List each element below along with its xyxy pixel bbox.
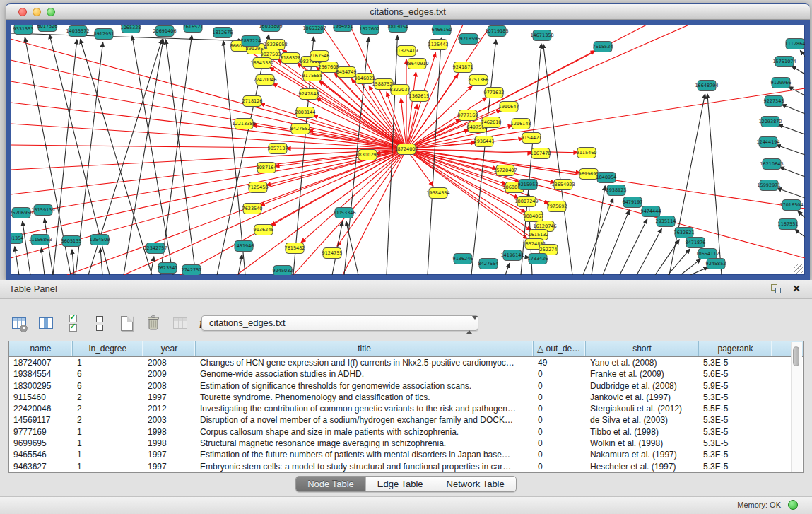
tab-node-table[interactable]: Node Table xyxy=(296,477,366,491)
graph-node[interactable]: 1125443 xyxy=(428,40,449,50)
graph-node[interactable]: 2167546 xyxy=(310,51,330,62)
graph-node[interactable]: 8322037 xyxy=(390,85,411,95)
table-row[interactable]: 2242004622012Investigating the contribut… xyxy=(9,403,803,414)
graph-node[interactable]: 12213389 xyxy=(232,119,255,129)
graph-node[interactable]: 18226058 xyxy=(264,40,287,50)
graph-node[interactable]: 1216148 xyxy=(511,119,531,129)
graph-node[interactable]: 9331353 xyxy=(13,25,34,35)
graph-node[interactable]: 9154421 xyxy=(522,133,542,144)
graph-node[interactable]: 10654112 xyxy=(695,249,719,259)
graph-node[interactable]: 1112864 xyxy=(785,39,805,49)
graph-node[interactable]: 7125458 xyxy=(248,182,269,193)
graph-node[interactable]: 7632621 xyxy=(674,228,695,238)
graph-node[interactable]: 15992971 xyxy=(757,180,780,191)
graph-node[interactable]: 20691406 xyxy=(153,26,176,37)
graph-node[interactable]: 2803144 xyxy=(295,107,316,118)
graph-node[interactable]: 6017326 xyxy=(37,25,58,32)
graph-node[interactable]: 8471876 xyxy=(686,238,706,248)
graph-node[interactable]: 9245852 xyxy=(706,259,726,269)
column-header-out_degree[interactable]: △ out_de… xyxy=(534,341,586,356)
graph-node[interactable]: 6479197 xyxy=(623,197,643,208)
graph-node[interactable]: 15720407 xyxy=(493,165,517,176)
graph-node[interactable]: 9331354 xyxy=(11,233,23,244)
graph-node[interactable]: 3087164 xyxy=(257,163,277,173)
graph-node[interactable]: 9884067 xyxy=(524,211,544,222)
graph-node[interactable]: 12093872 xyxy=(758,117,782,127)
graph-node[interactable]: 6466160 xyxy=(432,25,452,35)
table-settings-icon[interactable] xyxy=(10,314,28,332)
graph-node[interactable]: 9474444 xyxy=(641,206,661,217)
graph-node[interactable]: 13654923 xyxy=(551,180,575,190)
graph-node[interactable]: 8751366 xyxy=(469,75,489,86)
graph-node[interactable]: 11325419 xyxy=(394,46,418,57)
graph-node[interactable]: 1254509 xyxy=(90,235,110,245)
graph-node[interactable]: 8912951 xyxy=(94,29,114,40)
graph-node[interactable]: 11156863 xyxy=(28,235,52,245)
graph-node[interactable]: 7515524 xyxy=(593,42,613,52)
graph-node[interactable]: 7615482 xyxy=(285,243,305,254)
graph-node[interactable]: 16210643 xyxy=(760,159,783,170)
graph-node[interactable]: 14035572 xyxy=(66,26,89,37)
graph-node[interactable]: 9136246 xyxy=(453,254,473,264)
graph-node[interactable]: 5605135 xyxy=(61,236,82,247)
graph-node[interactable]: 1840954 xyxy=(596,173,617,183)
graph-node[interactable]: 18807249 xyxy=(514,197,538,207)
network-canvas[interactable]: 1872400786601238912954182260589827503818… xyxy=(11,25,805,275)
float-panel-icon[interactable] xyxy=(771,284,781,293)
vertical-scrollbar[interactable] xyxy=(791,342,802,472)
graph-node[interactable]: 7623540 xyxy=(242,204,263,214)
tab-edge-table[interactable]: Edge Table xyxy=(366,477,435,491)
graph-node[interactable]: 7623541 xyxy=(158,263,178,274)
graph-node[interactable]: 1067478 xyxy=(531,148,551,159)
scrollbar-thumb[interactable] xyxy=(793,346,799,366)
graph-node[interactable]: 10719185 xyxy=(485,26,508,37)
graph-node[interactable]: 9136245 xyxy=(254,225,274,235)
window-titlebar[interactable]: citations_edges.txt xyxy=(6,3,810,20)
tab-network-table[interactable]: Network Table xyxy=(435,477,516,491)
resize-grip-icon[interactable] xyxy=(794,264,804,274)
graph-node[interactable]: 1527602 xyxy=(360,25,380,35)
graph-node[interactable]: 1167551 xyxy=(778,219,799,230)
graph-node[interactable]: 2936441 xyxy=(474,136,495,147)
table-row[interactable]: 1830029562008Estimation of significance … xyxy=(9,380,803,392)
graph-node[interactable]: 14671358 xyxy=(530,30,553,41)
column-header-name[interactable]: name xyxy=(9,341,73,356)
graph-node[interactable]: 9227343 xyxy=(764,96,784,107)
close-panel-icon[interactable]: ✕ xyxy=(792,283,801,294)
select-rows-icon[interactable] xyxy=(64,314,82,332)
graph-node[interactable]: 18640910 xyxy=(405,59,428,69)
graph-node[interactable]: 19218596 xyxy=(457,34,480,45)
graph-node[interactable]: 15159139 xyxy=(31,205,54,216)
graph-node[interactable]: 15751074 xyxy=(772,57,796,67)
graph-node[interactable]: 12342757 xyxy=(143,243,167,254)
graph-node[interactable]: 8186328 xyxy=(281,53,301,64)
graph-node[interactable]: 8427552 xyxy=(290,124,311,134)
graph-node[interactable]: 18724007 xyxy=(394,144,418,155)
graph-node[interactable]: 1964951 xyxy=(333,25,353,32)
new-table-icon[interactable] xyxy=(117,314,136,332)
column-header-in_degree[interactable]: in_degree xyxy=(73,341,143,356)
graph-node[interactable]: 9115460 xyxy=(577,148,597,158)
column-header-title[interactable]: title xyxy=(196,341,534,356)
graph-node[interactable]: 9241871 xyxy=(453,62,473,73)
column-header-short[interactable]: short xyxy=(586,341,699,356)
graph-node[interactable]: 16543382 xyxy=(250,58,273,69)
graph-node[interactable]: 9857137 xyxy=(268,144,288,154)
graph-node[interactable]: 1812675 xyxy=(213,28,233,38)
graph-node[interactable]: 9777169 xyxy=(458,110,478,121)
graph-node[interactable]: 25206950 xyxy=(11,208,33,218)
graph-node[interactable]: 9215953 xyxy=(518,180,539,190)
table-row[interactable]: 969969511998Structural magnetic resonanc… xyxy=(9,438,803,449)
graph-node[interactable]: 8454749 xyxy=(336,67,357,78)
graph-node[interactable]: 20053346 xyxy=(332,208,355,218)
graph-node[interactable]: 9124755 xyxy=(322,248,343,259)
column-header-year[interactable]: year xyxy=(143,341,196,356)
graph-node[interactable]: 17016504 xyxy=(779,200,803,211)
graph-node[interactable]: 2935114 xyxy=(656,216,676,227)
graph-node[interactable]: 12444194 xyxy=(756,137,779,148)
graph-node[interactable]: 16033809 xyxy=(259,25,282,32)
graph-node[interactable]: 10653287 xyxy=(302,25,326,34)
graph-node[interactable]: 8938923 xyxy=(606,185,627,196)
graph-node[interactable]: 9129966 xyxy=(771,78,792,88)
graph-node[interactable]: 9175685 xyxy=(302,71,323,81)
